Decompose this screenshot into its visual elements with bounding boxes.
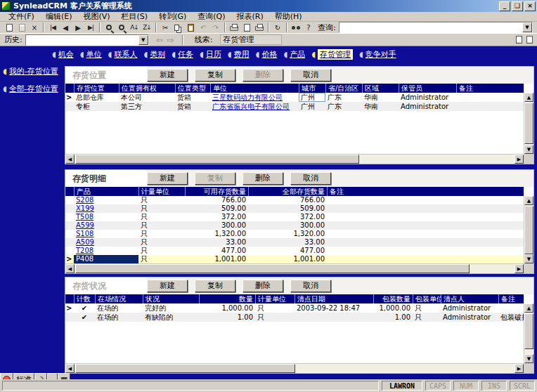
cell-link[interactable]: T508 <box>74 213 138 221</box>
scroll-thumb[interactable] <box>524 206 533 254</box>
header-cell-包装单位[interactable]: 包装单位 <box>413 294 441 303</box>
tab-机会[interactable]: ◖机会 <box>52 49 74 60</box>
menu-item-查询(Q)[interactable]: 查询(Q) <box>192 12 231 21</box>
detail-new-button[interactable]: 新建 <box>147 172 188 185</box>
header-cell-在场情况[interactable]: 在场情况 <box>95 294 143 303</box>
scroll-thumb[interactable] <box>75 155 359 164</box>
last-record-icon[interactable]: ▶| <box>84 22 97 33</box>
status-cancel-button[interactable]: 取消 <box>290 280 331 292</box>
cell-link[interactable]: S208 <box>74 196 138 204</box>
menu-item-栏目(S)[interactable]: 栏目(S) <box>116 12 154 21</box>
location-cancel-button[interactable]: 取消 <box>290 69 331 81</box>
header-cell-状况[interactable]: 状况 <box>143 294 199 303</box>
scroll-thumb[interactable] <box>75 364 295 373</box>
sidebar-item-我的-存货位置[interactable]: ◖我的-存货位置 <box>3 66 65 77</box>
back-icon[interactable]: ⇦ <box>156 35 163 45</box>
table-row[interactable]: T208只477.00477.00 <box>65 247 524 255</box>
new-record-icon[interactable] <box>3 22 15 33</box>
detail-vertical-scrollbar[interactable]: ▲ ▼ <box>524 196 533 263</box>
menu-item-帮助(H)[interactable]: 帮助(H) <box>269 12 308 21</box>
detail-delete-button[interactable]: 删除 <box>242 172 283 185</box>
table-row[interactable]: >总部仓库本公司货箱三星数码动力有限公司广州广东华南Administrator <box>65 93 524 102</box>
table-row[interactable]: X199只509.00509.00 <box>65 204 524 213</box>
tab-价格[interactable]: ◖价格 <box>256 49 278 60</box>
scroll-thumb[interactable] <box>524 103 533 144</box>
header-cell-位置类型[interactable]: 位置类型 <box>175 84 210 93</box>
header-cell-备注[interactable]: 备注 <box>327 187 524 196</box>
detail-horizontal-scrollbar[interactable]: ◀ ▶ <box>65 263 524 273</box>
status-new-button[interactable]: 新建 <box>147 280 188 292</box>
prev-record-icon[interactable]: ◀ <box>59 22 72 33</box>
header-cell-清点人[interactable]: 清点人 <box>441 294 498 303</box>
table-row[interactable]: S108只1,320.001,320.00 <box>65 230 524 238</box>
table-row[interactable]: A599只300.00300.00 <box>65 221 524 230</box>
location-copy-button[interactable]: 复制 <box>195 69 235 81</box>
header-cell-数量[interactable]: 数量 <box>199 294 255 303</box>
tab-任务[interactable]: ◖任务 <box>172 49 193 60</box>
header-cell-区域[interactable]: 区域 <box>362 84 399 93</box>
menu-item-转到(G)[interactable]: 转到(G) <box>153 12 192 21</box>
tab-联系人[interactable]: ◖联系人 <box>108 49 138 60</box>
query-dropdown-icon[interactable]: ▼ <box>522 22 532 32</box>
header-cell-产品[interactable]: 产品 <box>74 187 138 196</box>
cell-link[interactable]: A599 <box>74 221 138 230</box>
zoom-page-icon[interactable] <box>115 22 128 33</box>
first-record-icon[interactable]: |◀ <box>46 22 59 33</box>
sort-ascending-icon[interactable]: A↓ <box>128 22 141 33</box>
status-delete-button[interactable]: 删除 <box>242 280 283 292</box>
header-cell-备注[interactable]: 备注 <box>498 294 533 303</box>
header-cell-备注[interactable]: 备注 <box>456 84 524 93</box>
tab-类别[interactable]: ◖类别 <box>143 49 165 60</box>
table-row[interactable]: A509只33.0033.00 <box>65 238 524 247</box>
location-vertical-scrollbar[interactable]: ▲ ▼ <box>524 93 533 154</box>
window-cascade-icon[interactable] <box>526 36 533 44</box>
refresh-icon[interactable]: ↻ <box>271 22 284 33</box>
header-cell-清点日期[interactable]: 清点日期 <box>295 294 373 303</box>
sort-descending-icon[interactable]: Z↓ <box>141 22 153 33</box>
menu-item-视图(V)[interactable]: 视图(V) <box>77 12 115 21</box>
cell-link[interactable]: X199 <box>74 204 138 213</box>
sidebar-item-全部-存货位置[interactable]: ◖全部-存货位置 <box>3 84 65 94</box>
table-row[interactable]: >✔在场的完好的1,000.00只2003-09-22 18:471,000.0… <box>65 303 524 313</box>
tab-竞争对手[interactable]: ◖竞争对手 <box>359 49 396 60</box>
scroll-right-icon[interactable]: ▶ <box>515 364 524 373</box>
menu-item-报表(R)[interactable]: 报表(R) <box>231 12 269 21</box>
scroll-up-icon[interactable]: ▲ <box>524 303 533 313</box>
cell-link[interactable]: S108 <box>74 230 138 238</box>
scroll-down-icon[interactable]: ▼ <box>524 145 533 154</box>
scroll-down-icon[interactable]: ▼ <box>524 254 533 263</box>
header-cell-全部存货数量[interactable]: 全部存货数量 <box>248 187 327 196</box>
query-combobox[interactable]: ▼ <box>339 22 533 33</box>
status-vertical-scrollbar[interactable]: ▲ ▼ <box>524 303 533 363</box>
header-cell-保管员[interactable]: 保管员 <box>399 84 456 93</box>
cell-link[interactable]: 广东省振兴电子有限公司 <box>210 102 299 111</box>
header-cell-包装数量[interactable]: 包装数量 <box>373 294 413 303</box>
scroll-left-icon[interactable]: ◀ <box>65 364 75 373</box>
header-cell-计量单位[interactable]: 计量单位 <box>138 187 185 196</box>
delete-record-icon[interactable]: × <box>28 22 41 33</box>
context-help-icon[interactable]: ? <box>302 22 315 33</box>
table-row[interactable]: S208只766.00766.00 <box>65 196 524 204</box>
tab-产品[interactable]: ◖产品 <box>283 49 305 60</box>
scroll-up-icon[interactable]: ▲ <box>524 196 533 205</box>
history-combobox[interactable]: ▼ <box>25 34 149 46</box>
detail-cancel-button[interactable]: 取消 <box>290 172 331 185</box>
table-row[interactable]: T508只372.00372.00 <box>65 213 524 221</box>
table-row[interactable]: ✔在场的有缺陷的1.00只1.00只Administrator包装破损 <box>65 313 524 322</box>
scroll-thumb[interactable] <box>75 264 470 273</box>
scroll-up-icon[interactable]: ▲ <box>524 93 533 102</box>
close-button[interactable]: × <box>524 1 536 11</box>
scroll-left-icon[interactable]: ◀ <box>65 264 75 273</box>
tab-单位[interactable]: ◖单位 <box>80 49 102 60</box>
scroll-right-icon[interactable]: ▶ <box>515 155 524 164</box>
header-cell-省/自治区[interactable]: 省/自治区 <box>325 84 362 93</box>
cell-link[interactable]: A509 <box>74 238 138 247</box>
header-cell-单位[interactable]: 单位 <box>210 84 299 93</box>
scroll-down-icon[interactable]: ▼ <box>524 354 533 363</box>
header-cell-位置拥有权[interactable]: 位置拥有权 <box>119 84 175 93</box>
table-row[interactable]: 专柜第三方货箱广东省振兴电子有限公司广州广东华南Administrator <box>65 102 524 111</box>
cut-icon[interactable]: ✂ <box>159 22 172 33</box>
copy-icon[interactable] <box>172 22 184 33</box>
minimize-button[interactable]: _ <box>499 1 510 11</box>
header-cell-计量单位[interactable]: 计量单位 <box>255 294 295 303</box>
